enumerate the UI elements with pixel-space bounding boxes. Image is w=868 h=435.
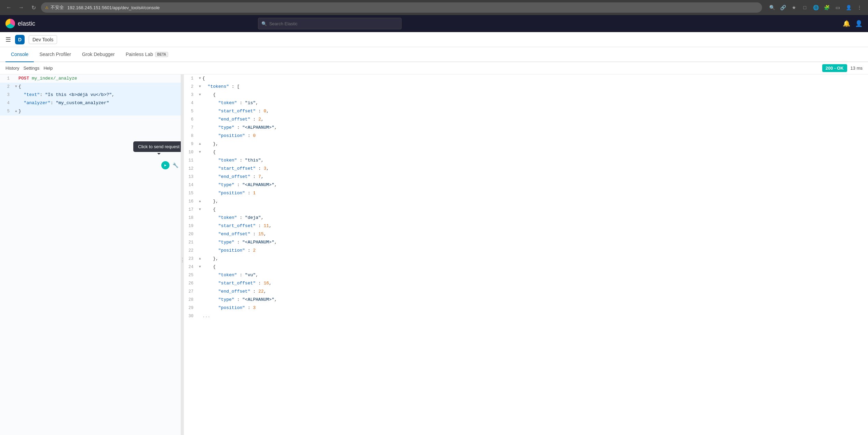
refresh-button[interactable]: ↻ [29,3,38,12]
fold-button[interactable]: ▲ [198,198,202,205]
share-button[interactable]: 🔗 [778,3,787,12]
code-line: 1 POST my_index/_analyze [0,74,181,83]
help-link[interactable]: Help [43,66,53,71]
line-number: 10 [184,149,198,156]
code-line: 2 ▼ "tokens" : [ [184,83,868,91]
back-button[interactable]: ← [4,3,14,12]
code-line: 24 ▼ { [184,263,868,271]
code-line: 5 "start_offset" : 0, [184,107,868,115]
fold-button[interactable]: ▲ [14,108,18,115]
app-title-label: Dev Tools [29,35,57,44]
line-number: 17 [184,206,198,213]
line-number: 15 [184,190,198,197]
hamburger-button[interactable]: ☰ [5,36,11,43]
split-button[interactable]: ▭ [833,3,842,12]
line-content: "end_offset" : 15, [202,230,868,238]
elastic-search-bar[interactable]: 🔍 [258,18,402,29]
elastic-logo[interactable]: elastic [5,19,35,28]
code-line: 12 "start_offset" : 3, [184,165,868,173]
elastic-logo-icon [5,19,15,28]
line-number: 18 [184,214,198,222]
line-content: "position" : 0 [202,132,868,140]
line-number: 2 [0,83,14,90]
menu-button[interactable]: ⋮ [855,3,864,12]
profile-button[interactable]: 👤 [844,3,853,12]
line-number: 11 [184,157,198,164]
line-content: { [202,206,868,213]
security-warning-icon: ⚠ [45,5,49,10]
tabs-bar: Console Search Profiler Grok Debugger Pa… [0,47,868,62]
line-number: 2 [184,83,198,90]
status-badge: 200 - OK [822,64,847,72]
alerts-icon[interactable]: 🔔 [843,20,850,27]
line-content: "start_offset" : 3, [202,165,868,172]
line-content: { [202,91,868,99]
code-line: 8 "position" : 0 [184,132,868,140]
fold-button[interactable]: ▼ [198,75,202,82]
elastic-logo-text: elastic [18,20,35,27]
line-number: 8 [184,132,198,140]
code-line: 16 ▲ }, [184,197,868,206]
extension-button[interactable]: □ [800,3,809,12]
elastic-search-input[interactable] [258,18,402,29]
line-content: }, [202,140,868,148]
tab-console-label: Console [11,52,28,57]
fold-button[interactable]: ▼ [198,263,202,271]
line-content: "end_offset" : 22, [202,288,868,295]
line-content: "type" : "<ALPHANUM>", [202,124,868,131]
line-number: 26 [184,280,198,287]
code-line: 1 ▼ { [184,74,868,83]
line-content: "tokens" : [ [202,83,868,90]
line-number: 24 [184,263,198,271]
fold-button[interactable]: ▲ [198,255,202,263]
browser-actions: 🔍 🔗 ★ □ 🌐 🧩 ▭ 👤 ⋮ [768,3,864,12]
code-line: 4 "token" : "is", [184,99,868,107]
wrench-button[interactable]: 🔧 [172,162,179,169]
fold-button[interactable]: ▲ [198,140,202,148]
line-content: "position" : 2 [202,247,868,254]
line-number: 6 [184,116,198,123]
code-line: 15 "position" : 1 [184,189,868,197]
forward-button[interactable]: → [16,3,26,12]
fold-button[interactable]: ▼ [14,83,18,90]
fold-button[interactable]: ▼ [198,83,202,90]
code-line: 2 ▼ { [0,83,181,91]
code-line: 29 "position" : 3 [184,304,868,312]
browser-chrome: ← → ↻ ⚠ 不安全 192.168.245.151:5601/app/dev… [0,0,868,15]
panel-divider[interactable]: ⋮ [181,74,184,435]
settings-link[interactable]: Settings [23,66,39,71]
zoom-button[interactable]: 🔍 [768,3,776,12]
code-line: 14 "type" : "<ALPHANUM>", [184,181,868,189]
code-line: 7 "type" : "<ALPHANUM>", [184,124,868,132]
code-line: 5 ▲ } [0,107,181,115]
editor-left-panel[interactable]: Click to send request ▶ 🔧 1 POST my_inde… [0,74,181,435]
fold-button[interactable]: ▼ [198,149,202,156]
tab-search-profiler[interactable]: Search Profiler [34,47,77,62]
code-line: 4 "analyzer": "my_custom_analyzer" [0,99,181,107]
fold-button[interactable]: ▼ [198,91,202,99]
history-link[interactable]: History [5,66,19,71]
user-icon[interactable]: 👤 [855,20,863,27]
puzzle-button[interactable]: 🧩 [822,3,831,12]
code-line: 23 ▲ }, [184,255,868,263]
address-bar[interactable]: ⚠ 不安全 192.168.245.151:5601/app/dev_tools… [41,2,762,13]
run-button[interactable]: ▶ [161,161,169,169]
address-url: 192.168.245.151:5601/app/dev_tools#/cons… [67,5,160,10]
line-number: 21 [184,239,198,246]
bookmark-button[interactable]: ★ [789,3,798,12]
tab-console[interactable]: Console [5,47,34,62]
code-line: 27 "end_offset" : 22, [184,287,868,296]
tooltip-wrapper: Click to send request [133,141,181,152]
fold-button[interactable]: ▼ [198,206,202,213]
line-content: "position" : 3 [202,304,868,312]
line-content: "end_offset" : 7, [202,173,868,181]
line-number: 14 [184,181,198,189]
address-text: 不安全 [51,4,64,11]
tab-painless-lab[interactable]: Painless Lab BETA [120,47,174,62]
editor-right-panel[interactable]: 1 ▼ { 2 ▼ "tokens" : [ 3 ▼ { 4 "token" :… [184,74,868,435]
tab-grok-debugger[interactable]: Grok Debugger [77,47,120,62]
tooltip-text: Click to send request [138,144,179,149]
line-content: "end_offset" : 2, [202,116,868,123]
line-number: 19 [184,222,198,230]
translate-button[interactable]: 🌐 [811,3,820,12]
